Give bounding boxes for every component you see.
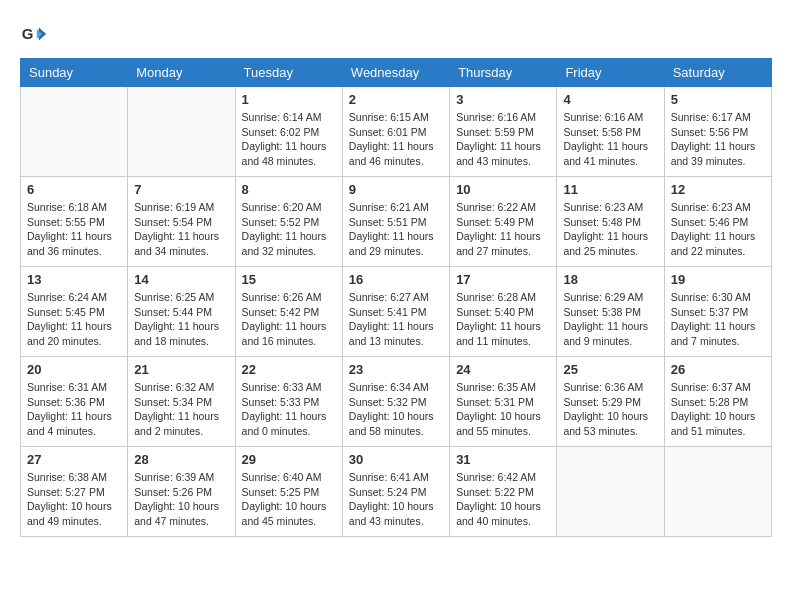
- calendar-cell: 8Sunrise: 6:20 AM Sunset: 5:52 PM Daylig…: [235, 177, 342, 267]
- calendar-cell: 6Sunrise: 6:18 AM Sunset: 5:55 PM Daylig…: [21, 177, 128, 267]
- day-number: 8: [242, 182, 336, 197]
- calendar-cell: 31Sunrise: 6:42 AM Sunset: 5:22 PM Dayli…: [450, 447, 557, 537]
- day-number: 21: [134, 362, 228, 377]
- day-number: 13: [27, 272, 121, 287]
- day-number: 23: [349, 362, 443, 377]
- calendar-cell: 22Sunrise: 6:33 AM Sunset: 5:33 PM Dayli…: [235, 357, 342, 447]
- calendar-cell: 17Sunrise: 6:28 AM Sunset: 5:40 PM Dayli…: [450, 267, 557, 357]
- day-number: 12: [671, 182, 765, 197]
- weekday-header-thursday: Thursday: [450, 59, 557, 87]
- day-number: 4: [563, 92, 657, 107]
- day-number: 26: [671, 362, 765, 377]
- calendar-cell: 18Sunrise: 6:29 AM Sunset: 5:38 PM Dayli…: [557, 267, 664, 357]
- day-number: 6: [27, 182, 121, 197]
- weekday-header-saturday: Saturday: [664, 59, 771, 87]
- svg-text:G: G: [22, 25, 34, 42]
- calendar-cell: 23Sunrise: 6:34 AM Sunset: 5:32 PM Dayli…: [342, 357, 449, 447]
- calendar-cell: 30Sunrise: 6:41 AM Sunset: 5:24 PM Dayli…: [342, 447, 449, 537]
- calendar-cell: 19Sunrise: 6:30 AM Sunset: 5:37 PM Dayli…: [664, 267, 771, 357]
- day-number: 15: [242, 272, 336, 287]
- weekday-header-monday: Monday: [128, 59, 235, 87]
- day-number: 27: [27, 452, 121, 467]
- calendar-cell: 2Sunrise: 6:15 AM Sunset: 6:01 PM Daylig…: [342, 87, 449, 177]
- calendar-cell: 5Sunrise: 6:17 AM Sunset: 5:56 PM Daylig…: [664, 87, 771, 177]
- weekday-header-sunday: Sunday: [21, 59, 128, 87]
- day-number: 11: [563, 182, 657, 197]
- calendar-cell: [664, 447, 771, 537]
- day-info: Sunrise: 6:28 AM Sunset: 5:40 PM Dayligh…: [456, 290, 550, 349]
- day-info: Sunrise: 6:18 AM Sunset: 5:55 PM Dayligh…: [27, 200, 121, 259]
- day-info: Sunrise: 6:24 AM Sunset: 5:45 PM Dayligh…: [27, 290, 121, 349]
- day-info: Sunrise: 6:30 AM Sunset: 5:37 PM Dayligh…: [671, 290, 765, 349]
- day-number: 9: [349, 182, 443, 197]
- day-info: Sunrise: 6:42 AM Sunset: 5:22 PM Dayligh…: [456, 470, 550, 529]
- day-info: Sunrise: 6:31 AM Sunset: 5:36 PM Dayligh…: [27, 380, 121, 439]
- calendar-cell: 21Sunrise: 6:32 AM Sunset: 5:34 PM Dayli…: [128, 357, 235, 447]
- calendar-cell: 15Sunrise: 6:26 AM Sunset: 5:42 PM Dayli…: [235, 267, 342, 357]
- day-info: Sunrise: 6:15 AM Sunset: 6:01 PM Dayligh…: [349, 110, 443, 169]
- day-info: Sunrise: 6:32 AM Sunset: 5:34 PM Dayligh…: [134, 380, 228, 439]
- day-info: Sunrise: 6:22 AM Sunset: 5:49 PM Dayligh…: [456, 200, 550, 259]
- calendar-cell: 28Sunrise: 6:39 AM Sunset: 5:26 PM Dayli…: [128, 447, 235, 537]
- day-number: 7: [134, 182, 228, 197]
- day-info: Sunrise: 6:17 AM Sunset: 5:56 PM Dayligh…: [671, 110, 765, 169]
- week-row-1: 1Sunrise: 6:14 AM Sunset: 6:02 PM Daylig…: [21, 87, 772, 177]
- day-info: Sunrise: 6:26 AM Sunset: 5:42 PM Dayligh…: [242, 290, 336, 349]
- week-row-3: 13Sunrise: 6:24 AM Sunset: 5:45 PM Dayli…: [21, 267, 772, 357]
- day-info: Sunrise: 6:19 AM Sunset: 5:54 PM Dayligh…: [134, 200, 228, 259]
- day-info: Sunrise: 6:34 AM Sunset: 5:32 PM Dayligh…: [349, 380, 443, 439]
- calendar-cell: 25Sunrise: 6:36 AM Sunset: 5:29 PM Dayli…: [557, 357, 664, 447]
- day-number: 10: [456, 182, 550, 197]
- calendar-cell: 24Sunrise: 6:35 AM Sunset: 5:31 PM Dayli…: [450, 357, 557, 447]
- day-info: Sunrise: 6:20 AM Sunset: 5:52 PM Dayligh…: [242, 200, 336, 259]
- calendar-cell: 9Sunrise: 6:21 AM Sunset: 5:51 PM Daylig…: [342, 177, 449, 267]
- day-info: Sunrise: 6:23 AM Sunset: 5:48 PM Dayligh…: [563, 200, 657, 259]
- calendar-cell: 10Sunrise: 6:22 AM Sunset: 5:49 PM Dayli…: [450, 177, 557, 267]
- day-number: 28: [134, 452, 228, 467]
- calendar-cell: 1Sunrise: 6:14 AM Sunset: 6:02 PM Daylig…: [235, 87, 342, 177]
- day-info: Sunrise: 6:14 AM Sunset: 6:02 PM Dayligh…: [242, 110, 336, 169]
- day-info: Sunrise: 6:39 AM Sunset: 5:26 PM Dayligh…: [134, 470, 228, 529]
- day-number: 31: [456, 452, 550, 467]
- day-info: Sunrise: 6:38 AM Sunset: 5:27 PM Dayligh…: [27, 470, 121, 529]
- day-info: Sunrise: 6:16 AM Sunset: 5:58 PM Dayligh…: [563, 110, 657, 169]
- calendar-cell: 16Sunrise: 6:27 AM Sunset: 5:41 PM Dayli…: [342, 267, 449, 357]
- day-number: 2: [349, 92, 443, 107]
- day-number: 22: [242, 362, 336, 377]
- calendar-cell: 14Sunrise: 6:25 AM Sunset: 5:44 PM Dayli…: [128, 267, 235, 357]
- day-number: 17: [456, 272, 550, 287]
- logo: G: [20, 20, 52, 48]
- day-number: 16: [349, 272, 443, 287]
- weekday-header-friday: Friday: [557, 59, 664, 87]
- calendar-cell: 3Sunrise: 6:16 AM Sunset: 5:59 PM Daylig…: [450, 87, 557, 177]
- calendar-cell: 11Sunrise: 6:23 AM Sunset: 5:48 PM Dayli…: [557, 177, 664, 267]
- day-info: Sunrise: 6:35 AM Sunset: 5:31 PM Dayligh…: [456, 380, 550, 439]
- day-info: Sunrise: 6:40 AM Sunset: 5:25 PM Dayligh…: [242, 470, 336, 529]
- day-info: Sunrise: 6:16 AM Sunset: 5:59 PM Dayligh…: [456, 110, 550, 169]
- day-number: 18: [563, 272, 657, 287]
- weekday-header-tuesday: Tuesday: [235, 59, 342, 87]
- calendar-cell: [557, 447, 664, 537]
- day-number: 19: [671, 272, 765, 287]
- calendar-cell: 12Sunrise: 6:23 AM Sunset: 5:46 PM Dayli…: [664, 177, 771, 267]
- day-info: Sunrise: 6:41 AM Sunset: 5:24 PM Dayligh…: [349, 470, 443, 529]
- day-info: Sunrise: 6:36 AM Sunset: 5:29 PM Dayligh…: [563, 380, 657, 439]
- day-info: Sunrise: 6:33 AM Sunset: 5:33 PM Dayligh…: [242, 380, 336, 439]
- day-number: 25: [563, 362, 657, 377]
- day-number: 30: [349, 452, 443, 467]
- day-info: Sunrise: 6:21 AM Sunset: 5:51 PM Dayligh…: [349, 200, 443, 259]
- day-number: 24: [456, 362, 550, 377]
- day-info: Sunrise: 6:37 AM Sunset: 5:28 PM Dayligh…: [671, 380, 765, 439]
- weekday-header-row: SundayMondayTuesdayWednesdayThursdayFrid…: [21, 59, 772, 87]
- calendar-cell: [21, 87, 128, 177]
- calendar-cell: 27Sunrise: 6:38 AM Sunset: 5:27 PM Dayli…: [21, 447, 128, 537]
- week-row-2: 6Sunrise: 6:18 AM Sunset: 5:55 PM Daylig…: [21, 177, 772, 267]
- day-number: 29: [242, 452, 336, 467]
- calendar-cell: 20Sunrise: 6:31 AM Sunset: 5:36 PM Dayli…: [21, 357, 128, 447]
- day-info: Sunrise: 6:23 AM Sunset: 5:46 PM Dayligh…: [671, 200, 765, 259]
- day-number: 3: [456, 92, 550, 107]
- calendar-cell: 13Sunrise: 6:24 AM Sunset: 5:45 PM Dayli…: [21, 267, 128, 357]
- logo-icon: G: [20, 20, 48, 48]
- calendar-cell: [128, 87, 235, 177]
- header: G: [20, 20, 772, 48]
